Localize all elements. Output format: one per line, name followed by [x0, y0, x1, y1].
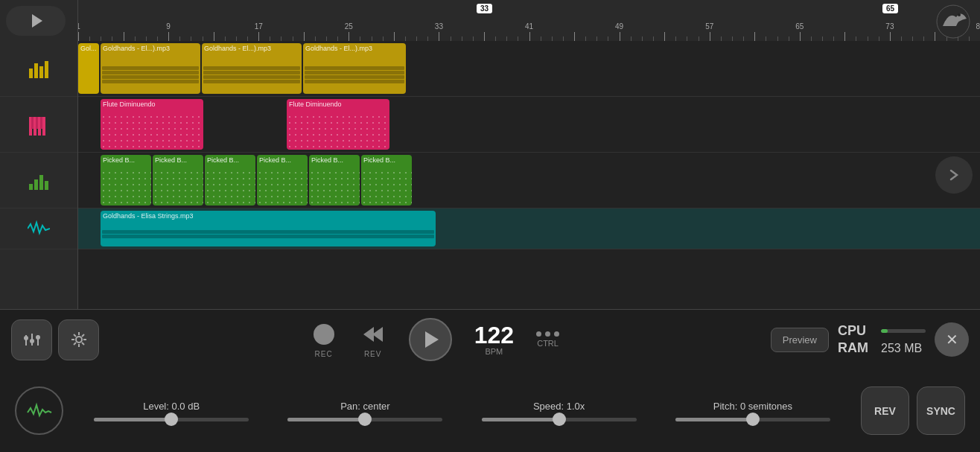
svg-marker-33 [363, 327, 374, 342]
playhead-marker-33: 33 [477, 4, 492, 13]
pitch-slider-track [675, 418, 830, 421]
arrow-right-button[interactable] [935, 156, 973, 194]
track-icon-1[interactable] [0, 41, 77, 97]
svg-rect-14 [45, 181, 48, 190]
clip-picked-6[interactable]: Picked B... [361, 155, 412, 206]
ctrl-button[interactable]: CTRL [536, 331, 559, 348]
settings-button[interactable] [58, 319, 99, 360]
sync-label: SYNC [926, 405, 955, 417]
rev-bottom-button[interactable]: REV [861, 386, 909, 435]
svg-line-30 [82, 334, 84, 337]
clip-picked-4[interactable]: Picked B... [257, 155, 308, 206]
clip-elisa-strings[interactable]: Goldhands - Elisa Strings.mp3 [101, 211, 436, 246]
clip-label: Goldhands - Elisa Strings.mp3 [101, 211, 436, 221]
svg-rect-8 [31, 117, 34, 129]
rec-label: REC [315, 350, 333, 358]
track-row-2: Flute Diminuendo Flute Diminuendo [78, 97, 980, 153]
cpu-stat-row: CPU [838, 323, 926, 339]
clip-label: Gol... [78, 43, 99, 54]
track-icon-4[interactable] [0, 209, 77, 249]
waveform-content [303, 55, 406, 94]
clip-label: Picked B... [101, 155, 151, 165]
dotted-pattern [361, 170, 412, 206]
track-icon-3[interactable] [0, 153, 77, 209]
preview-button[interactable]: Preview [771, 328, 829, 352]
clip-label: Picked B... [205, 155, 255, 165]
play-button-transport[interactable] [409, 318, 452, 361]
dots-row [536, 331, 559, 337]
svg-rect-3 [45, 61, 48, 78]
svg-rect-9 [36, 117, 38, 129]
svg-rect-0 [29, 69, 33, 78]
clip-label: Goldhands - El...).mp3 [303, 43, 406, 54]
clip-label: Picked B... [309, 155, 360, 165]
clip-gol-short[interactable]: Gol... [78, 43, 99, 94]
level-slider-thumb[interactable] [165, 413, 178, 426]
clip-flute-1[interactable]: Flute Diminuendo [101, 99, 203, 150]
bpm-display[interactable]: 122 BPM [474, 323, 514, 356]
bottom-bar: REC REV 122 BPM [0, 309, 980, 452]
svg-rect-2 [39, 66, 43, 78]
clip-label: Picked B... [361, 155, 412, 165]
svg-marker-32 [372, 327, 383, 342]
rec-button[interactable]: REC [311, 321, 337, 358]
system-stats: CPU RAM 253 MB [838, 323, 926, 356]
clip-flute-2[interactable]: Flute Diminuendo [287, 99, 389, 150]
clip-picked-1[interactable]: Picked B... [101, 155, 151, 206]
svg-rect-1 [34, 63, 38, 78]
dotted-pattern [205, 170, 255, 206]
clip-picked-2[interactable]: Picked B... [153, 155, 203, 206]
pan-slider-track [287, 418, 442, 421]
play-button-top[interactable] [6, 6, 66, 36]
close-button[interactable]: ✕ [935, 322, 969, 357]
rev-sync-buttons: REV SYNC [861, 386, 965, 435]
track-row-4: Goldhands - Elisa Strings.mp3 [78, 209, 980, 249]
track-row-3: Picked B... Picked B... Picked B... Pick… [78, 153, 980, 209]
pitch-slider-thumb[interactable] [746, 413, 760, 426]
sync-button[interactable]: SYNC [917, 386, 965, 435]
level-label: Level: 0.0 dB [143, 401, 200, 412]
svg-point-23 [76, 337, 82, 343]
pan-slider-fill [287, 418, 365, 421]
clip-label: Picked B... [153, 155, 203, 165]
rev-button[interactable]: REV [360, 321, 386, 358]
svg-line-31 [74, 343, 76, 345]
track-icon-2[interactable] [0, 97, 77, 153]
svg-rect-13 [39, 175, 43, 190]
pan-label: Pan: center [340, 401, 390, 412]
clip-picked-3[interactable]: Picked B... [205, 155, 255, 206]
clip-picked-5[interactable]: Picked B... [309, 155, 360, 206]
dotted-pattern [257, 170, 308, 206]
level-slider-group: Level: 0.0 dB [74, 401, 268, 421]
track-sidebar [0, 0, 78, 309]
speed-slider-fill [482, 418, 559, 421]
pitch-slider-fill [675, 418, 753, 421]
pan-slider-thumb[interactable] [358, 413, 372, 426]
level-slider-fill [94, 418, 171, 421]
dotted-pattern [101, 114, 203, 150]
svg-line-29 [82, 343, 84, 345]
clip-label: Goldhands - El...).mp3 [101, 43, 200, 54]
cpu-bar-container [881, 329, 926, 333]
waveform-content [202, 55, 302, 94]
mixer-button[interactable] [11, 319, 52, 360]
pitch-slider-group: Pitch: 0 semitones [656, 401, 850, 421]
cpu-label: CPU [838, 323, 875, 339]
right-controls: Preview CPU RAM 253 MB ✕ [771, 322, 969, 357]
clip-goldhands-1[interactable]: Goldhands - El...).mp3 [101, 43, 200, 94]
svg-rect-11 [29, 184, 33, 190]
clip-goldhands-3[interactable]: Goldhands - El...).mp3 [303, 43, 406, 94]
sliders-row: Level: 0.0 dB Pan: center Speed: 1.0x [0, 369, 980, 452]
bird-icon[interactable] [935, 4, 971, 39]
bpm-value: 122 [474, 323, 514, 347]
speed-slider-group: Speed: 1.0x [462, 401, 656, 421]
svg-point-20 [30, 339, 34, 343]
rev-bottom-label: REV [874, 405, 896, 417]
clip-label: Flute Diminuendo [101, 99, 203, 109]
play-icon-transport [425, 331, 439, 348]
svg-point-18 [24, 336, 28, 340]
rec-icon [311, 321, 337, 348]
clip-goldhands-2[interactable]: Goldhands - El...).mp3 [202, 43, 302, 94]
monitor-button[interactable] [15, 386, 63, 435]
speed-slider-thumb[interactable] [553, 413, 566, 426]
